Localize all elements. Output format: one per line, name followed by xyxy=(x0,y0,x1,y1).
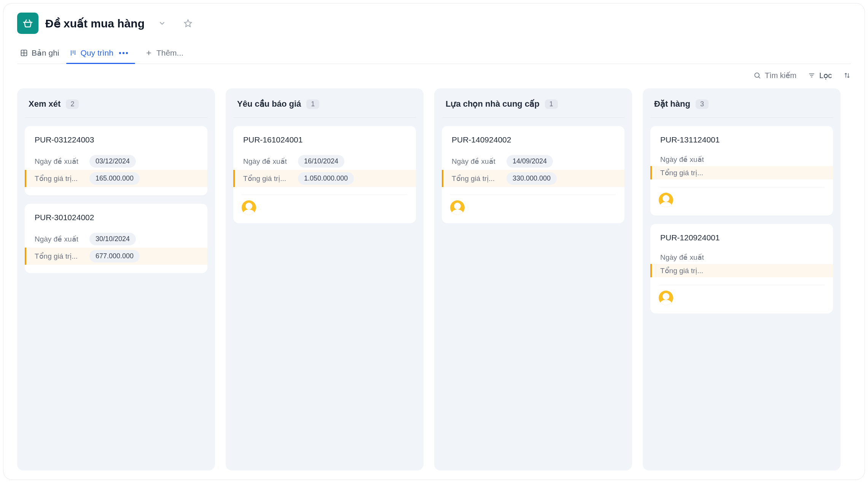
field-value-total: 677.000.000 xyxy=(89,250,140,262)
search-button[interactable]: Tìm kiếm xyxy=(753,71,796,80)
plus-icon xyxy=(145,49,153,57)
card-id: PUR-161024001 xyxy=(242,135,408,144)
card-field-date: Ngày đề xuất30/10/2024 xyxy=(33,230,199,248)
column-cards: PUR-031224003Ngày đề xuất03/12/2024Tổng … xyxy=(25,126,207,273)
kanban-board: Xem xét2PUR-031224003Ngày đề xuất03/12/2… xyxy=(3,85,865,480)
column-count-badge: 3 xyxy=(696,99,709,109)
tab-process[interactable]: Quy trình ••• xyxy=(66,45,135,64)
tab-add[interactable]: Thêm... xyxy=(137,45,188,64)
card-field-total: Tổng giá trị... xyxy=(650,264,833,277)
column-title: Lựa chọn nhà cung cấp xyxy=(446,99,540,109)
filter-button[interactable]: Lọc xyxy=(808,71,832,80)
card-field-total: Tổng giá trị...677.000.000 xyxy=(25,248,207,265)
field-value-total: 1.050.000.000 xyxy=(298,172,354,185)
title-row: Đề xuất mua hàng xyxy=(17,13,851,34)
card-divider xyxy=(450,195,616,195)
tab-process-label: Quy trình xyxy=(81,48,113,58)
svg-point-9 xyxy=(755,73,759,77)
kanban-card[interactable]: PUR-301024002Ngày đề xuất30/10/2024Tổng … xyxy=(25,204,207,273)
search-label: Tìm kiếm xyxy=(765,71,796,80)
card-field-total: Tổng giá trị...330.000.000 xyxy=(442,170,624,187)
card-field-date: Ngày đề xuất03/12/2024 xyxy=(33,153,199,170)
kanban-column: Yêu cầu báo giá1PUR-161024001Ngày đề xuấ… xyxy=(226,88,424,470)
column-cards: PUR-131124001Ngày đề xuấtTổng giá trị...… xyxy=(650,126,833,313)
kanban-card[interactable]: PUR-161024001Ngày đề xuất16/10/2024Tổng … xyxy=(233,126,416,223)
svg-marker-0 xyxy=(185,20,191,27)
card-field-date: Ngày đề xuất xyxy=(659,251,825,264)
assignee-avatar[interactable] xyxy=(659,291,673,305)
app-frame: Đề xuất mua hàng Bản ghi Quy trình ••• T… xyxy=(3,3,865,480)
card-id: PUR-120924001 xyxy=(659,233,825,242)
assignee-avatar[interactable] xyxy=(659,193,673,207)
title-dropdown[interactable] xyxy=(155,16,169,30)
toolbar: Tìm kiếm Lọc xyxy=(3,64,865,85)
field-value-date: 03/12/2024 xyxy=(89,155,136,168)
grid-icon xyxy=(20,49,28,57)
field-label-date: Ngày đề xuất xyxy=(243,157,293,166)
kanban-column: Lựa chọn nhà cung cấp1PUR-140924002Ngày … xyxy=(434,88,632,470)
card-divider xyxy=(242,195,408,195)
card-field-date: Ngày đề xuất xyxy=(659,153,825,166)
tab-add-label: Thêm... xyxy=(156,48,183,58)
card-field-date: Ngày đề xuất14/09/2024 xyxy=(450,153,616,170)
kanban-card[interactable]: PUR-031224003Ngày đề xuất03/12/2024Tổng … xyxy=(25,126,207,195)
filter-icon xyxy=(808,72,815,79)
field-label-total: Tổng giá trị... xyxy=(35,174,84,183)
field-value-total: 330.000.000 xyxy=(506,172,557,185)
field-value-date: 16/10/2024 xyxy=(298,155,344,168)
kanban-column: Đặt hàng3PUR-131124001Ngày đề xuấtTổng g… xyxy=(643,88,841,470)
field-value-date: 14/09/2024 xyxy=(506,155,553,168)
tab-more-icon[interactable]: ••• xyxy=(117,49,131,58)
search-icon xyxy=(753,72,761,79)
column-count-badge: 1 xyxy=(306,99,319,109)
svg-line-10 xyxy=(759,77,760,78)
column-count-badge: 2 xyxy=(66,99,79,109)
tab-records[interactable]: Bản ghi xyxy=(17,45,64,64)
card-id: PUR-031224003 xyxy=(33,135,199,144)
card-id: PUR-131124001 xyxy=(659,135,825,144)
field-label-date: Ngày đề xuất xyxy=(452,157,501,166)
field-label-total: Tổng giá trị... xyxy=(452,174,501,183)
basket-icon xyxy=(17,13,38,34)
tab-records-label: Bản ghi xyxy=(32,48,59,58)
column-title: Yêu cầu báo giá xyxy=(237,99,301,109)
field-label-date: Ngày đề xuất xyxy=(660,253,710,262)
page-title: Đề xuất mua hàng xyxy=(45,17,145,30)
card-id: PUR-140924002 xyxy=(450,135,616,144)
kanban-card[interactable]: PUR-120924001Ngày đề xuấtTổng giá trị... xyxy=(650,224,833,313)
field-label-date: Ngày đề xuất xyxy=(35,157,84,166)
assignee-avatar[interactable] xyxy=(242,200,256,215)
card-divider xyxy=(659,187,825,187)
field-label-total: Tổng giá trị... xyxy=(243,174,293,183)
column-header: Lựa chọn nhà cung cấp1 xyxy=(442,98,624,118)
star-icon xyxy=(184,19,192,27)
chevron-down-icon xyxy=(158,19,166,27)
column-header: Đặt hàng3 xyxy=(650,98,833,118)
header: Đề xuất mua hàng Bản ghi Quy trình ••• T… xyxy=(3,3,865,64)
column-header: Yêu cầu báo giá1 xyxy=(233,98,416,118)
tabs: Bản ghi Quy trình ••• Thêm... xyxy=(17,45,851,64)
field-label-total: Tổng giá trị... xyxy=(35,252,84,261)
field-label-date: Ngày đề xuất xyxy=(35,235,84,243)
field-label-date: Ngày đề xuất xyxy=(660,155,710,164)
kanban-card[interactable]: PUR-140924002Ngày đề xuất14/09/2024Tổng … xyxy=(442,126,624,223)
card-field-total: Tổng giá trị...165.000.000 xyxy=(25,170,207,187)
field-value-date: 30/10/2024 xyxy=(89,233,136,245)
column-cards: PUR-140924002Ngày đề xuất14/09/2024Tổng … xyxy=(442,126,624,223)
sort-button[interactable] xyxy=(843,72,851,79)
column-cards: PUR-161024001Ngày đề xuất16/10/2024Tổng … xyxy=(233,126,416,223)
card-divider xyxy=(659,285,825,285)
card-id: PUR-301024002 xyxy=(33,213,199,222)
filter-label: Lọc xyxy=(819,71,832,80)
field-label-total: Tổng giá trị... xyxy=(660,168,710,177)
kanban-column: Xem xét2PUR-031224003Ngày đề xuất03/12/2… xyxy=(17,88,215,470)
card-field-total: Tổng giá trị...1.050.000.000 xyxy=(233,170,416,187)
card-field-total: Tổng giá trị... xyxy=(650,166,833,179)
favorite-button[interactable] xyxy=(181,16,195,30)
card-field-date: Ngày đề xuất16/10/2024 xyxy=(242,153,408,170)
kanban-card[interactable]: PUR-131124001Ngày đề xuấtTổng giá trị... xyxy=(650,126,833,216)
column-header: Xem xét2 xyxy=(25,98,207,118)
assignee-avatar[interactable] xyxy=(450,200,465,215)
column-title: Xem xét xyxy=(29,99,61,109)
sort-icon xyxy=(843,72,851,79)
